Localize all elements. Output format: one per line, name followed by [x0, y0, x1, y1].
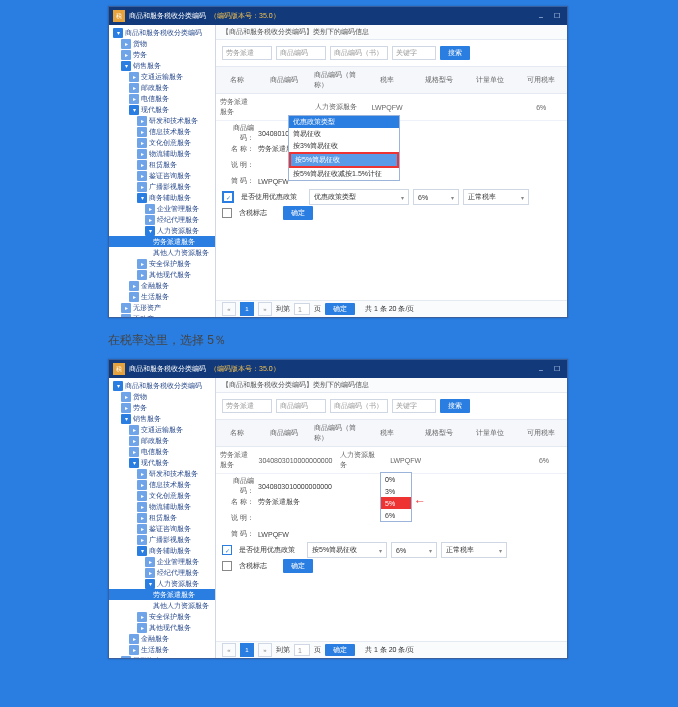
category-tree[interactable]: ▾商品和服务税收分类编码 ▸货物 ▸劳务 ▾销售服务 ▸交通运输服务 ▸邮政服务… — [109, 378, 216, 658]
tree-node[interactable]: 货物 — [133, 392, 147, 402]
folder-icon[interactable]: ▸ — [145, 215, 155, 225]
dropdown-item[interactable]: 按3%简易征收 — [289, 140, 399, 152]
pager-last[interactable]: » — [258, 643, 272, 657]
tree-node[interactable]: 商品和服务税收分类编码 — [125, 28, 202, 38]
dropdown-item[interactable]: 3% — [381, 485, 411, 497]
maximize-button[interactable]: ☐ — [551, 363, 563, 375]
folder-icon[interactable]: ▸ — [145, 557, 155, 567]
folder-icon[interactable]: ▾ — [129, 458, 139, 468]
folder-icon[interactable]: ▾ — [113, 381, 123, 391]
search-keyword-input[interactable]: 关键字 — [392, 46, 436, 60]
tree-node[interactable]: 广播影视服务 — [149, 182, 191, 192]
rate-select[interactable]: 6%▾ — [413, 189, 459, 205]
pager-page-input[interactable]: 1 — [294, 303, 310, 315]
folder-icon[interactable]: ▾ — [145, 226, 155, 236]
tree-node[interactable]: 物流辅助服务 — [149, 149, 191, 159]
confirm-button[interactable]: 确定 — [283, 559, 313, 573]
folder-icon[interactable]: ▸ — [137, 623, 147, 633]
folder-icon[interactable]: ▸ — [137, 469, 147, 479]
tree-node[interactable]: 租赁服务 — [149, 160, 177, 170]
table-row[interactable]: 劳务派遣服务 3040803010000000000 人力资源服务 LWPQFW… — [216, 447, 567, 474]
folder-icon[interactable]: ▸ — [137, 513, 147, 523]
tree-node[interactable]: 物流辅助服务 — [149, 502, 191, 512]
folder-icon[interactable]: ▸ — [137, 502, 147, 512]
folder-icon[interactable]: ▸ — [129, 72, 139, 82]
tree-node[interactable]: 鉴证咨询服务 — [149, 524, 191, 534]
tree-node[interactable]: 商务辅助服务 — [149, 193, 191, 203]
tree-node[interactable]: 无形资产 — [133, 656, 161, 659]
policy-dropdown[interactable]: 优惠政策类型 简易征收 按3%简易征收 按5%简易征收 按5%简易征收减按1.5… — [288, 115, 400, 181]
tree-node[interactable]: 邮政服务 — [141, 83, 169, 93]
tree-node[interactable]: 商品和服务税收分类编码 — [125, 381, 202, 391]
tree-node[interactable]: 劳务 — [133, 50, 147, 60]
folder-icon[interactable]: ▸ — [121, 303, 131, 313]
policy-type-select[interactable]: 优惠政策类型▾ — [309, 189, 409, 205]
folder-icon[interactable]: ▸ — [137, 259, 147, 269]
folder-icon[interactable]: ▾ — [137, 193, 147, 203]
pager-first[interactable]: « — [222, 302, 236, 316]
tree-node[interactable]: 人力资源服务 — [157, 226, 199, 236]
search-button[interactable]: 搜索 — [440, 46, 470, 60]
tree-node[interactable]: 销售服务 — [133, 414, 161, 424]
tree-node[interactable]: 广播影视服务 — [149, 535, 191, 545]
tree-node[interactable]: 劳务 — [133, 403, 147, 413]
search-button[interactable]: 搜索 — [440, 399, 470, 413]
tree-node[interactable]: 其他人力资源服务 — [153, 248, 209, 258]
dropdown-item-highlight[interactable]: 5% — [381, 497, 411, 509]
folder-icon[interactable]: ▸ — [129, 447, 139, 457]
confirm-button[interactable]: 确定 — [283, 206, 313, 220]
tree-node[interactable]: 现代服务 — [141, 458, 169, 468]
tree-node[interactable]: 现代服务 — [141, 105, 169, 115]
tree-node-selected[interactable]: 劳务派遣服务 — [153, 237, 195, 247]
tree-node[interactable]: 电信服务 — [141, 94, 169, 104]
tree-node[interactable]: 无形资产 — [133, 303, 161, 313]
folder-icon[interactable]: ▸ — [137, 116, 147, 126]
folder-icon[interactable]: ▾ — [113, 28, 123, 38]
tree-node[interactable]: 研发和技术服务 — [149, 116, 198, 126]
folder-icon[interactable]: ▸ — [129, 634, 139, 644]
tree-node[interactable]: 信息技术服务 — [149, 480, 191, 490]
pager-last[interactable]: » — [258, 302, 272, 316]
folder-icon[interactable]: ▸ — [129, 281, 139, 291]
folder-icon[interactable]: ▸ — [137, 612, 147, 622]
tree-node[interactable]: 其他现代服务 — [149, 270, 191, 280]
folder-icon[interactable]: ▸ — [129, 83, 139, 93]
folder-icon[interactable]: ▸ — [129, 94, 139, 104]
dropdown-item[interactable]: 按5%简易征收减按1.5%计征 — [289, 168, 399, 180]
dropdown-item[interactable]: 6% — [381, 509, 411, 521]
tree-node[interactable]: 交通运输服务 — [141, 72, 183, 82]
pager-go-button[interactable]: 确定 — [325, 644, 355, 656]
tree-node[interactable]: 邮政服务 — [141, 436, 169, 446]
folder-icon[interactable]: ▾ — [129, 105, 139, 115]
pager-page[interactable]: 1 — [240, 302, 254, 316]
maximize-button[interactable]: ☐ — [551, 10, 563, 22]
tree-node-selected[interactable]: 劳务派遣服务 — [153, 590, 195, 600]
folder-icon[interactable]: ▸ — [137, 171, 147, 181]
tree-node[interactable]: 生活服务 — [141, 645, 169, 655]
pager-page[interactable]: 1 — [240, 643, 254, 657]
folder-icon[interactable]: ▸ — [121, 314, 131, 318]
pager-page-input[interactable]: 1 — [294, 644, 310, 656]
dropdown-item[interactable]: 简易征收 — [289, 128, 399, 140]
folder-icon[interactable]: ▸ — [137, 160, 147, 170]
dropdown-item-highlight[interactable]: 按5%简易征收 — [289, 152, 399, 168]
folder-icon[interactable]: ▸ — [129, 645, 139, 655]
search-code-input[interactable]: 商品编码 — [276, 399, 326, 413]
rate-type-select[interactable]: 正常税率▾ — [441, 542, 507, 558]
tree-node[interactable]: 交通运输服务 — [141, 425, 183, 435]
search-code-input[interactable]: 商品编码 — [276, 46, 326, 60]
category-tree[interactable]: ▾商品和服务税收分类编码 ▸货物 ▸劳务 ▾销售服务 ▸交通运输服务 ▸邮政服务… — [109, 25, 216, 317]
tree-node[interactable]: 经纪代理服务 — [157, 215, 199, 225]
tree-node[interactable]: 生活服务 — [141, 292, 169, 302]
search-keyword-input[interactable]: 关键字 — [392, 399, 436, 413]
tree-node[interactable]: 销售服务 — [133, 61, 161, 71]
dropdown-item[interactable]: 0% — [381, 473, 411, 485]
folder-icon[interactable]: ▸ — [137, 491, 147, 501]
folder-icon[interactable]: ▾ — [121, 61, 131, 71]
rate-select[interactable]: 6%▾ — [391, 542, 437, 558]
tax-included-checkbox[interactable] — [222, 208, 232, 218]
rate-type-select[interactable]: 正常税率▾ — [463, 189, 529, 205]
folder-icon[interactable]: ▾ — [145, 579, 155, 589]
rate-dropdown[interactable]: 0% 3% 5% 6% — [380, 472, 412, 522]
folder-icon[interactable]: ▸ — [145, 568, 155, 578]
